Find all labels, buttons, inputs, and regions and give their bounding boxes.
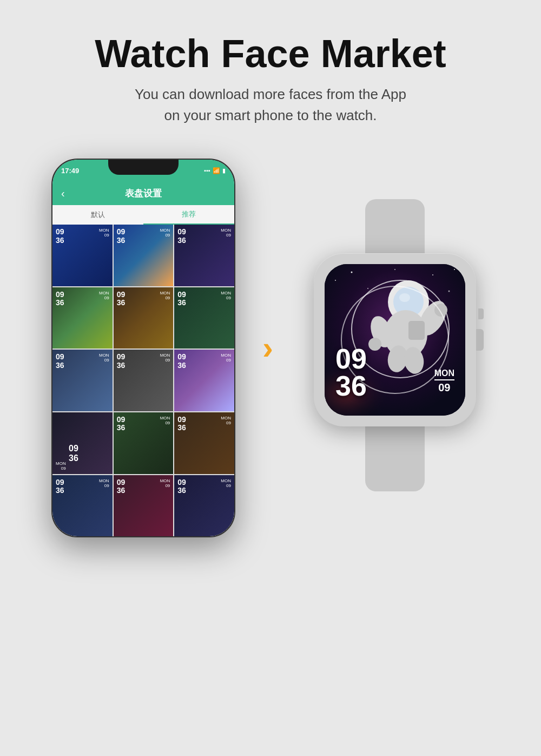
tab-default[interactable]: 默认	[52, 205, 143, 225]
page-subtitle: You can download more faces from the App…	[95, 84, 446, 126]
face-time: 0936	[69, 444, 78, 463]
watch-face-12[interactable]: 0936 MON09	[174, 412, 234, 474]
face-date: MON09	[221, 478, 231, 488]
watch-hour: 09	[335, 346, 367, 372]
svg-point-2	[335, 280, 336, 281]
watch-face-13[interactable]: 0936 MON09	[52, 475, 113, 537]
face-date: MON09	[221, 416, 231, 425]
face-date: MON09	[56, 461, 66, 471]
page-title: Watch Face Market	[95, 32, 446, 75]
phone-mockup: 17:49 ▪▪▪ 📶 ▮ ‹ 表盘设置 默认 推荐	[51, 159, 235, 537]
face-time: 0936	[117, 291, 126, 307]
face-time: 0936	[56, 228, 64, 245]
signal-icon: ▪▪▪	[204, 167, 210, 174]
tab-recommend[interactable]: 推荐	[143, 205, 234, 225]
face-time: 0936	[177, 228, 186, 245]
status-time: 17:49	[61, 167, 79, 175]
face-time: 0936	[117, 478, 126, 495]
face-time: 0936	[56, 478, 64, 495]
devices-section: 17:49 ▪▪▪ 📶 ▮ ‹ 表盘设置 默认 推荐	[0, 159, 541, 537]
watch-face-8[interactable]: 0936 MON09	[114, 350, 174, 411]
watch-body: 09 36 MON 09	[314, 253, 476, 426]
watch-band-top	[365, 199, 425, 253]
svg-point-8	[394, 269, 395, 270]
watch-time-display: 09 36	[335, 346, 367, 399]
face-date: MON09	[221, 228, 231, 238]
face-time: 0936	[117, 228, 126, 245]
arrow-container: ›	[252, 332, 284, 364]
watch-face-5[interactable]: 0936 MON09	[114, 287, 174, 349]
status-icons: ▪▪▪ 📶 ▮	[204, 167, 226, 174]
nav-title: 表盘设置	[125, 187, 162, 200]
watch-face-11[interactable]: 0936 MON09	[114, 412, 174, 474]
battery-icon: ▮	[222, 167, 226, 174]
watch-face-10[interactable]: MON09 0936	[52, 412, 113, 474]
watch-date-info: MON 09	[434, 369, 454, 394]
page-header: Watch Face Market You can download more …	[95, 0, 446, 126]
face-time: 0936	[177, 291, 186, 307]
face-date: MON09	[99, 353, 109, 363]
watch-band-bottom	[365, 426, 425, 491]
svg-point-7	[454, 269, 455, 270]
face-date: MON09	[160, 228, 170, 238]
back-button[interactable]: ‹	[61, 187, 65, 200]
svg-point-5	[432, 274, 433, 275]
phone-screen: 17:49 ▪▪▪ 📶 ▮ ‹ 表盘设置 默认 推荐	[52, 160, 234, 536]
face-date: MON09	[221, 291, 231, 300]
face-time: 0936	[177, 478, 186, 495]
face-time: 0936	[56, 353, 64, 370]
watch-face-6[interactable]: 0936 MON09	[174, 287, 234, 349]
watch-face-14[interactable]: 0936 MON09	[114, 475, 174, 537]
svg-point-6	[448, 291, 450, 292]
watch-screen: 09 36 MON 09	[325, 264, 465, 416]
watch-day: MON	[434, 369, 454, 378]
svg-point-3	[351, 272, 353, 273]
watch-faces-grid: 0936 MON09 0936 MON09 0936 MON09 0936	[52, 225, 234, 536]
face-date: MON09	[99, 291, 109, 300]
face-date: MON09	[160, 291, 170, 300]
watch-face-9[interactable]: 0936 MON09	[174, 350, 234, 411]
wifi-icon: 📶	[213, 167, 220, 174]
watch-face-1[interactable]: 0936 MON09	[52, 225, 113, 286]
phone-notch	[108, 160, 179, 175]
phone-body: 17:49 ▪▪▪ 📶 ▮ ‹ 表盘设置 默认 推荐	[51, 159, 235, 537]
face-date: MON09	[221, 353, 231, 363]
face-time: 0936	[177, 416, 186, 432]
phone-tabs: 默认 推荐	[52, 205, 234, 225]
face-time: 0936	[117, 353, 126, 370]
face-time: 0936	[56, 291, 64, 307]
watch-face-4[interactable]: 0936 MON09	[52, 287, 113, 349]
watch-face-2[interactable]: 0936 MON09	[114, 225, 174, 286]
face-date: MON09	[160, 353, 170, 363]
watch-crown-small	[478, 308, 484, 319]
face-time: 0936	[117, 416, 126, 432]
face-date: MON09	[99, 228, 109, 238]
watch-face-7[interactable]: 0936 MON09	[52, 350, 113, 411]
phone-side-button	[234, 225, 235, 252]
face-date: MON09	[160, 416, 170, 425]
watch-crown	[476, 329, 484, 351]
watch-minute: 36	[335, 373, 367, 399]
smartwatch-mockup: 09 36 MON 09	[300, 199, 490, 497]
watch-face-3[interactable]: 0936 MON09	[174, 225, 234, 286]
arrow-icon: ›	[262, 332, 273, 364]
face-date: MON09	[99, 478, 109, 488]
watch-date-num: 09	[434, 379, 454, 394]
watch-time-big: 09 36	[335, 346, 367, 399]
watch-face-15[interactable]: 0936 MON09	[174, 475, 234, 537]
svg-point-4	[367, 288, 368, 289]
watch-face-astronaut: 09 36 MON 09	[325, 264, 465, 416]
phone-nav-bar: ‹ 表盘设置	[52, 181, 234, 205]
face-date: MON09	[160, 478, 170, 488]
face-time: 0936	[177, 353, 186, 370]
